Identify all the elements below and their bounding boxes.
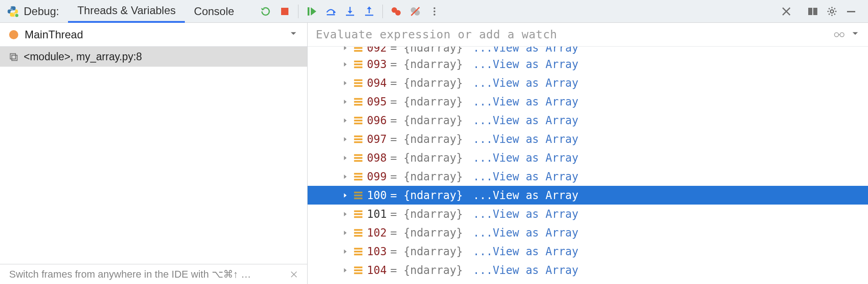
- mute-breakpoints-icon[interactable]: [409, 5, 421, 17]
- svg-rect-66: [354, 253, 362, 255]
- variable-index: 102: [367, 226, 387, 239]
- svg-point-2: [15, 14, 18, 17]
- svg-rect-24: [10, 54, 16, 59]
- view-as-array-link[interactable]: ...View as Array: [473, 77, 578, 89]
- breakpoints-icon[interactable]: [390, 5, 402, 17]
- svg-rect-69: [354, 272, 362, 274]
- svg-rect-9: [365, 15, 373, 16]
- svg-rect-40: [354, 98, 362, 100]
- variable-row[interactable]: 095= {ndarray}...View as Array: [308, 92, 868, 111]
- rerun-icon[interactable]: [260, 5, 272, 17]
- svg-rect-68: [354, 269, 362, 271]
- svg-rect-60: [354, 216, 362, 218]
- variable-row[interactable]: 099= {ndarray}...View as Array: [308, 167, 868, 186]
- view-as-array-link[interactable]: ...View as Array: [473, 264, 578, 277]
- stop-icon[interactable]: [279, 5, 291, 17]
- svg-rect-51: [354, 160, 362, 162]
- variable-index: 104: [367, 264, 387, 277]
- threads-frames-panel: MainThread <module>, my_array.py:8 Switc…: [0, 23, 308, 284]
- svg-rect-39: [354, 85, 362, 87]
- view-as-array-link[interactable]: ...View as Array: [473, 58, 578, 71]
- svg-rect-67: [354, 266, 362, 268]
- view-as-array-link[interactable]: ...View as Array: [473, 170, 578, 183]
- variable-row[interactable]: 094= {ndarray}...View as Array: [308, 74, 868, 92]
- variable-row[interactable]: 102= {ndarray}...View as Array: [308, 223, 868, 242]
- expand-chevron-icon[interactable]: [340, 267, 350, 273]
- tip-bar: Switch frames from anywhere in the IDE w…: [0, 264, 307, 284]
- expand-chevron-icon[interactable]: [340, 174, 350, 180]
- variables-list[interactable]: 092= {ndarray}...View as Array093= {ndar…: [308, 47, 868, 284]
- variable-type: = {ndarray}: [390, 226, 463, 239]
- layout-icon[interactable]: [807, 5, 819, 17]
- expand-chevron-icon[interactable]: [340, 248, 350, 255]
- variable-row[interactable]: 097= {ndarray}...View as Array: [308, 130, 868, 148]
- glasses-icon[interactable]: [833, 29, 845, 41]
- variable-row[interactable]: 093= {ndarray}...View as Array: [308, 55, 868, 74]
- step-out-icon[interactable]: [363, 5, 375, 17]
- more-icon[interactable]: [429, 5, 440, 17]
- variable-index: 096: [367, 114, 387, 127]
- svg-rect-7: [346, 15, 354, 16]
- view-as-array-link[interactable]: ...View as Array: [473, 47, 578, 54]
- array-icon: [353, 172, 363, 182]
- expand-chevron-icon[interactable]: [340, 230, 350, 236]
- expand-chevron-icon[interactable]: [340, 61, 350, 68]
- array-icon: [353, 59, 363, 69]
- array-icon: [353, 265, 363, 275]
- svg-rect-5: [327, 14, 335, 16]
- svg-rect-56: [354, 195, 362, 196]
- tab-console[interactable]: Console: [185, 0, 243, 23]
- variable-row[interactable]: 092= {ndarray}...View as Array: [308, 47, 868, 55]
- variable-type: = {ndarray}: [390, 208, 463, 221]
- variable-row[interactable]: 103= {ndarray}...View as Array: [308, 242, 868, 261]
- view-as-array-link[interactable]: ...View as Array: [473, 226, 578, 239]
- svg-point-29: [840, 32, 844, 37]
- expand-chevron-icon[interactable]: [340, 80, 350, 86]
- settings-icon[interactable]: [826, 5, 838, 17]
- minimize-icon[interactable]: [845, 5, 857, 17]
- svg-rect-35: [354, 63, 362, 65]
- variable-row[interactable]: 100= {ndarray}...View as Array: [308, 186, 868, 205]
- expand-chevron-icon[interactable]: [340, 117, 350, 124]
- svg-point-11: [395, 10, 401, 16]
- view-as-array-link[interactable]: ...View as Array: [473, 133, 578, 146]
- view-as-array-link[interactable]: ...View as Array: [473, 245, 578, 258]
- thread-status-dot: [9, 30, 18, 39]
- step-over-icon[interactable]: [325, 5, 337, 17]
- expand-chevron-icon[interactable]: [340, 155, 350, 161]
- view-as-array-link[interactable]: ...View as Array: [473, 189, 578, 202]
- view-as-array-link[interactable]: ...View as Array: [473, 114, 578, 127]
- resume-icon[interactable]: [306, 5, 318, 17]
- thread-selector[interactable]: MainThread: [0, 23, 307, 47]
- chevron-down-icon[interactable]: [289, 29, 298, 41]
- variable-index: 097: [367, 133, 387, 146]
- array-icon: [353, 47, 363, 53]
- expression-input[interactable]: [316, 28, 828, 41]
- view-as-array-link[interactable]: ...View as Array: [473, 208, 578, 221]
- variable-row[interactable]: 096= {ndarray}...View as Array: [308, 111, 868, 130]
- expand-chevron-icon[interactable]: [340, 136, 350, 142]
- close-tip-icon[interactable]: [290, 270, 298, 279]
- variable-index: 098: [367, 152, 387, 164]
- close-icon[interactable]: [780, 5, 792, 17]
- expand-chevron-icon[interactable]: [340, 99, 350, 105]
- tab-threads-variables[interactable]: Threads & Variables: [68, 0, 185, 23]
- variable-index: 093: [367, 58, 387, 71]
- expand-chevron-icon[interactable]: [340, 47, 350, 51]
- view-as-array-link[interactable]: ...View as Array: [473, 95, 578, 108]
- expand-chevron-icon[interactable]: [340, 192, 350, 199]
- step-into-icon[interactable]: [344, 5, 356, 17]
- stack-frame-row[interactable]: <module>, my_array.py:8: [0, 47, 307, 67]
- svg-rect-3: [281, 8, 288, 15]
- variables-panel: 092= {ndarray}...View as Array093= {ndar…: [308, 23, 868, 284]
- svg-rect-4: [308, 7, 309, 16]
- svg-rect-55: [354, 191, 362, 193]
- expand-chevron-icon[interactable]: [340, 211, 350, 217]
- view-as-array-link[interactable]: ...View as Array: [473, 152, 578, 164]
- variable-row[interactable]: 101= {ndarray}...View as Array: [308, 205, 868, 223]
- variable-type: = {ndarray}: [390, 47, 463, 54]
- variable-row[interactable]: 104= {ndarray}...View as Array: [308, 261, 868, 279]
- svg-rect-33: [354, 50, 362, 52]
- chevron-down-icon[interactable]: [851, 29, 860, 41]
- variable-row[interactable]: 098= {ndarray}...View as Array: [308, 148, 868, 167]
